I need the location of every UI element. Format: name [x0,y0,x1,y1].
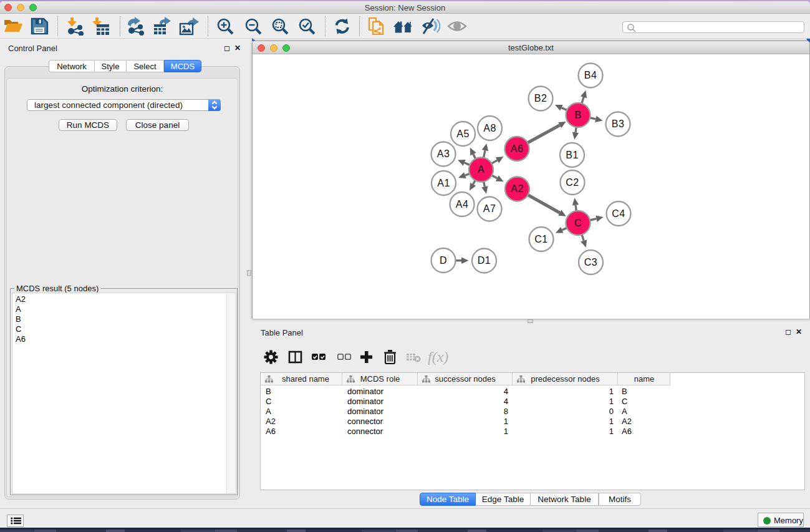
svg-text:A2: A2 [511,183,523,194]
svg-text:B2: B2 [534,93,547,104]
svg-text:C4: C4 [612,208,625,219]
svg-text:A5: A5 [456,128,469,139]
svg-text:A6: A6 [511,143,523,154]
svg-text:B3: B3 [612,118,624,129]
svg-text:A3: A3 [437,148,450,159]
svg-text:A1: A1 [437,178,450,188]
svg-text:B4: B4 [584,70,597,80]
svg-text:A4: A4 [456,199,468,210]
svg-text:C: C [574,218,582,228]
svg-text:B: B [574,110,581,120]
svg-text:A: A [478,164,485,175]
svg-text:C3: C3 [584,257,597,268]
svg-text:A7: A7 [483,203,496,214]
svg-text:A8: A8 [483,123,496,133]
svg-text:C1: C1 [534,234,547,244]
svg-text:B1: B1 [566,150,578,160]
svg-text:C2: C2 [566,177,579,188]
svg-text:D1: D1 [478,255,491,266]
svg-text:D: D [440,255,447,266]
